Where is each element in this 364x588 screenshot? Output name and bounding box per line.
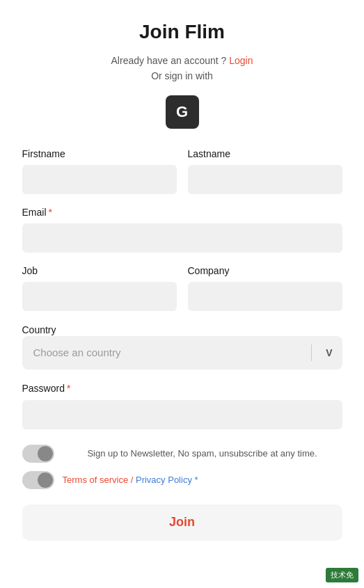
company-label: Company — [188, 265, 342, 276]
email-required-star: * — [49, 207, 52, 218]
password-label: Password* — [22, 383, 71, 394]
terms-row-text: Terms of service / Privacy Policy * — [63, 475, 198, 485]
firstname-label: Firstname — [22, 148, 177, 159]
signup-form: Firstname Lastname Email* Job Company Co… — [22, 148, 342, 541]
company-group: Company — [188, 265, 342, 311]
name-row: Firstname Lastname — [22, 148, 342, 194]
job-input[interactable] — [22, 282, 177, 311]
job-company-row: Job Company — [22, 265, 342, 311]
google-signin-button[interactable]: G — [166, 95, 199, 129]
country-divider — [311, 344, 312, 361]
toggle-track — [22, 445, 54, 463]
lastname-label: Lastname — [188, 148, 342, 159]
page-title: Join Flim — [139, 21, 225, 43]
email-label: Email* — [22, 207, 342, 218]
country-select[interactable]: Choose an country — [22, 336, 342, 370]
newsletter-toggle[interactable] — [22, 445, 54, 463]
country-label: Country — [22, 324, 56, 335]
email-input[interactable] — [22, 223, 342, 253]
firstname-group: Firstname — [22, 148, 177, 194]
email-group: Email* — [22, 207, 342, 253]
terms-toggle-thumb — [38, 472, 53, 488]
newsletter-toggle-row: Sign up to Newsletter, No spam, unsubscr… — [22, 445, 342, 463]
watermark: 技术免 — [326, 568, 358, 582]
job-group: Job — [22, 265, 177, 311]
company-input[interactable] — [188, 282, 342, 311]
login-link[interactable]: Login — [229, 55, 253, 66]
toggle-thumb — [38, 446, 53, 461]
lastname-group: Lastname — [188, 148, 342, 194]
google-icon: G — [176, 103, 188, 121]
terms-link[interactable]: Terms of service — [63, 475, 129, 485]
join-button[interactable]: Join — [22, 504, 342, 541]
terms-toggle[interactable] — [22, 471, 54, 489]
password-input[interactable] — [22, 400, 342, 429]
country-section: Country Choose an country V — [22, 324, 342, 370]
newsletter-text: Sign up to Newsletter, No spam, unsubscr… — [63, 448, 342, 459]
terms-toggle-row: Terms of service / Privacy Policy * — [22, 471, 342, 489]
country-select-wrapper: Choose an country V — [22, 336, 342, 370]
password-section: Password* — [22, 382, 342, 429]
password-required-star: * — [67, 383, 70, 394]
privacy-policy-link[interactable]: Privacy Policy * — [136, 475, 198, 485]
lastname-input[interactable] — [188, 165, 342, 194]
email-row: Email* — [22, 207, 342, 253]
login-prompt: Already have an account ? Login Or sign … — [111, 53, 253, 84]
firstname-input[interactable] — [22, 165, 177, 194]
job-label: Job — [22, 265, 177, 276]
terms-toggle-track — [22, 471, 54, 489]
